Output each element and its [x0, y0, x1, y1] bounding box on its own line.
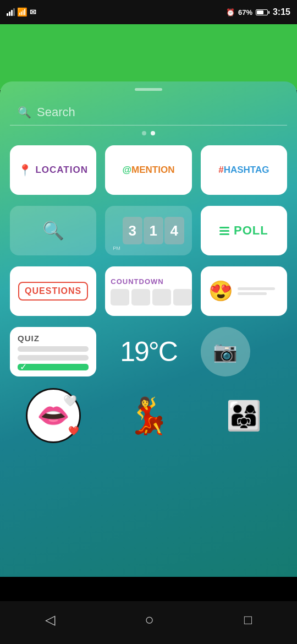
location-pin-icon: 📍: [18, 163, 32, 177]
status-left: 📶 ✉: [7, 7, 36, 17]
emoji-lines: [238, 287, 279, 295]
clock-pm: PM: [113, 245, 120, 251]
green-banner: [0, 24, 297, 90]
home-button[interactable]: ○: [145, 611, 154, 629]
dancer-emoji: 💃: [127, 395, 170, 436]
quiz-check-icon: ✓: [20, 362, 27, 372]
clock-min2: 4: [164, 217, 184, 244]
clock-min1: 1: [144, 217, 163, 244]
clock-hour: 3: [123, 217, 142, 244]
search-tile-icon: 🔍: [42, 220, 64, 241]
quiz-selected-row: ✓: [18, 364, 89, 370]
gif-family-sticker[interactable]: 👨‍👩‍👧: [201, 385, 287, 446]
countdown-label: COUNTDOWN: [111, 277, 163, 286]
poll-lines-icon: [219, 227, 229, 235]
mail-icon: ✉: [30, 8, 36, 17]
emoji-sticker[interactable]: 😍: [201, 266, 287, 316]
search-placeholder: Search: [37, 105, 75, 119]
gif-sticker-row: 👄 🤍 ❤️ 💃 👨‍👩‍👧: [0, 376, 297, 446]
sticker-picker-panel: 🔍 Search 📍 LOCATION @MENTION #HASHTAG: [0, 81, 297, 577]
page-dot-2[interactable]: [151, 131, 155, 135]
family-emoji: 👨‍👩‍👧: [226, 399, 262, 433]
battery-percent: 67%: [238, 8, 252, 17]
heart-emoji-2: ❤️: [68, 425, 79, 436]
drag-handle[interactable]: [135, 88, 162, 91]
search-sticker[interactable]: 🔍: [10, 206, 96, 255]
countdown-blocks: [111, 289, 191, 305]
emoji-icon: 😍: [208, 280, 233, 303]
quiz-option-1: [18, 346, 89, 352]
alarm-icon: ⏰: [226, 8, 235, 17]
gif-dancer-sticker[interactable]: 💃: [105, 385, 191, 446]
quiz-option-2: [18, 355, 89, 361]
camera-sticker[interactable]: 📷: [201, 327, 250, 376]
quiz-label: QUIZ: [18, 334, 40, 343]
page-dots: [0, 131, 297, 135]
search-bar[interactable]: 🔍 Search: [10, 100, 287, 125]
recent-apps-button[interactable]: □: [244, 612, 252, 627]
location-sticker[interactable]: 📍 LOCATION: [10, 145, 96, 195]
status-right: ⏰ 67% 3:15: [226, 7, 290, 17]
clock-sticker[interactable]: PM 3 1 4: [105, 206, 191, 255]
questions-sticker[interactable]: QUESTIONS: [10, 266, 96, 316]
back-button[interactable]: ◁: [45, 612, 55, 627]
location-label: LOCATION: [35, 165, 88, 176]
quiz-sticker[interactable]: QUIZ ✓: [10, 327, 96, 376]
battery-icon: [256, 9, 270, 15]
page-dot-1[interactable]: [142, 131, 146, 135]
temperature-sticker[interactable]: 19°C: [105, 327, 191, 376]
search-icon: 🔍: [18, 106, 31, 119]
mention-label: @MENTION: [123, 165, 175, 176]
mention-sticker[interactable]: @MENTION: [105, 145, 191, 195]
temperature-label: 19°C: [120, 336, 177, 368]
sticker-grid: 📍 LOCATION @MENTION #HASHTAG 🔍 PM 3 1 4: [0, 145, 297, 376]
gif-mouth-sticker[interactable]: 👄 🤍 ❤️: [10, 385, 96, 446]
hashtag-label: #HASHTAG: [218, 165, 269, 176]
questions-label: QUESTIONS: [18, 282, 88, 301]
status-bar: 📶 ✉ ⏰ 67% 3:15: [0, 0, 297, 24]
signal-icon: [7, 8, 15, 16]
countdown-sticker[interactable]: COUNTDOWN: [105, 266, 191, 316]
time-display: 3:15: [273, 7, 290, 17]
navigation-bar: ◁ ○ □: [0, 601, 297, 644]
heart-emoji-1: 🤍: [63, 394, 77, 407]
camera-icon: 📷: [213, 340, 238, 363]
poll-sticker[interactable]: POLL: [201, 206, 287, 255]
wifi-icon: 📶: [17, 7, 28, 17]
poll-label: POLL: [234, 223, 268, 238]
hashtag-sticker[interactable]: #HASHTAG: [201, 145, 287, 195]
